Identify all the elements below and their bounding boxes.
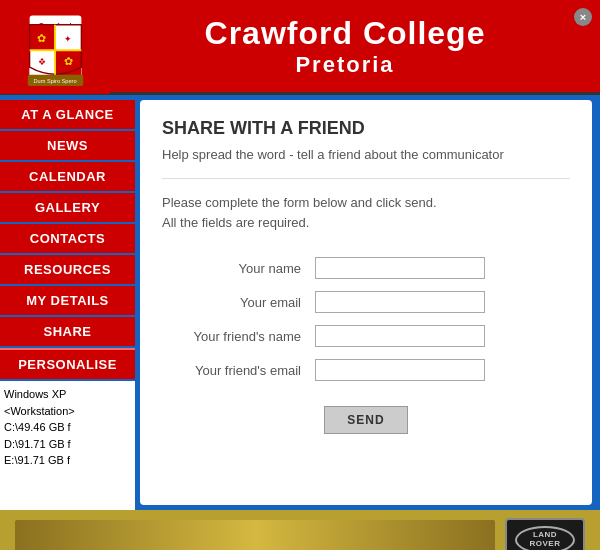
sidebar-item-at-a-glance[interactable]: AT A GLANCE (0, 100, 135, 129)
page-title: SHARE WITH A FRIEND (162, 118, 570, 139)
header-logo: Crawford ✿ ✦ ❖ ✿ Dum Spiro Spero (0, 0, 110, 94)
sidebar-item-gallery[interactable]: GALLERY (0, 193, 135, 222)
close-button[interactable]: × (574, 8, 592, 26)
form-instructions: Please complete the form below and click… (162, 193, 570, 232)
content-panel: SHARE WITH A FRIEND Help spread the word… (140, 100, 592, 505)
form-row-name: Your name (164, 252, 568, 284)
sidebar-item-personalise[interactable]: PERSONALISE (0, 348, 135, 379)
crest-image: Crawford ✿ ✦ ❖ ✿ Dum Spiro Spero (18, 6, 93, 86)
sidebar-system-info: Windows XP <Workstation> C:\49.46 GB f D… (0, 381, 135, 510)
system-drive-c: C:\49.46 GB f (4, 419, 131, 436)
system-workstation: <Workstation> (4, 403, 131, 420)
footer-gold-bar (15, 520, 495, 550)
form-row-email: Your email (164, 286, 568, 318)
sidebar-item-my-details[interactable]: MY DETAILS (0, 286, 135, 315)
send-button-row: SEND (162, 406, 570, 434)
your-name-input[interactable] (315, 257, 485, 279)
school-name-text: Crawford College (110, 15, 580, 52)
header-title: Crawford College Pretoria (110, 15, 600, 78)
divider (162, 178, 570, 179)
send-button[interactable]: SEND (324, 406, 407, 434)
friends-email-input[interactable] (315, 359, 485, 381)
school-location-text: Pretoria (110, 52, 580, 78)
your-email-input[interactable] (315, 291, 485, 313)
footer: LAND ROVER www.d6technology.com (0, 510, 600, 550)
your-email-label: Your email (164, 286, 309, 318)
sidebar: AT A GLANCE NEWS CALENDAR GALLERY CONTAC… (0, 95, 135, 510)
your-name-label: Your name (164, 252, 309, 284)
header: Crawford ✿ ✦ ❖ ✿ Dum Spiro Spero Crawfor… (0, 0, 600, 95)
system-drive-d: D:\91.71 GB f (4, 436, 131, 453)
sidebar-item-news[interactable]: NEWS (0, 131, 135, 160)
form-row-friend-name: Your friend's name (164, 320, 568, 352)
form-row-friend-email: Your friend's email (164, 354, 568, 386)
svg-text:✿: ✿ (37, 32, 46, 44)
instructions-line1: Please complete the form below and click… (162, 195, 437, 210)
system-os: Windows XP (4, 386, 131, 403)
sidebar-item-contacts[interactable]: CONTACTS (0, 224, 135, 253)
share-form: Your name Your email Your friend's name … (162, 250, 570, 388)
svg-text:✿: ✿ (63, 55, 72, 67)
system-drive-e: E:\91.71 GB f (4, 452, 131, 469)
sidebar-item-calendar[interactable]: CALENDAR (0, 162, 135, 191)
instructions-line2: All the fields are required. (162, 215, 309, 230)
page-subtitle: Help spread the word - tell a friend abo… (162, 147, 570, 162)
sidebar-item-share[interactable]: SHARE (0, 317, 135, 346)
svg-text:✦: ✦ (64, 33, 72, 44)
friends-name-label: Your friend's name (164, 320, 309, 352)
land-rover-line2: ROVER (530, 540, 561, 549)
friends-email-label: Your friend's email (164, 354, 309, 386)
svg-text:Dum Spiro Spero: Dum Spiro Spero (33, 78, 76, 84)
land-rover-oval: LAND ROVER (515, 526, 575, 550)
svg-text:❖: ❖ (37, 56, 45, 67)
sidebar-item-resources[interactable]: RESOURCES (0, 255, 135, 284)
friends-name-input[interactable] (315, 325, 485, 347)
land-rover-badge: LAND ROVER (505, 518, 585, 550)
main-layout: AT A GLANCE NEWS CALENDAR GALLERY CONTAC… (0, 95, 600, 510)
